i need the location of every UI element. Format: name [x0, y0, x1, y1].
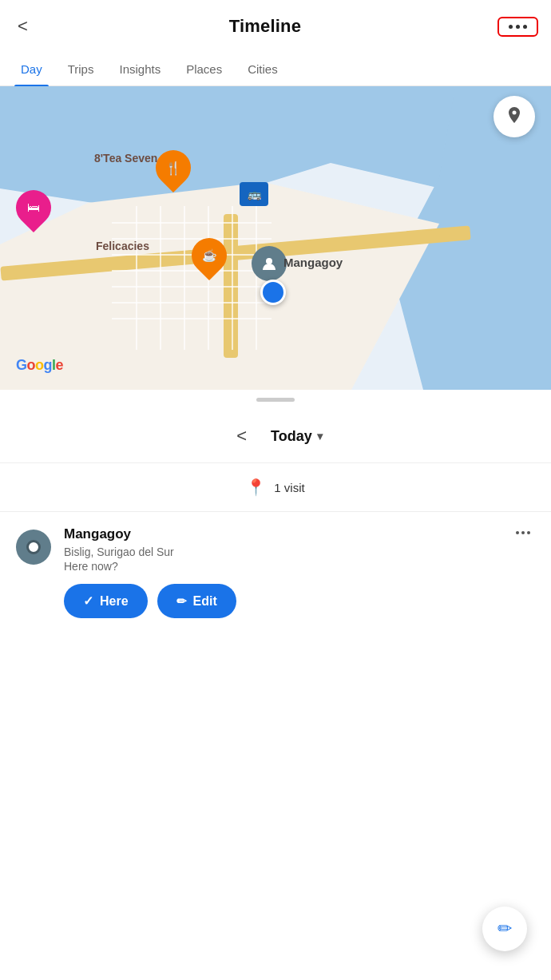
location-name: Mangagoy [64, 526, 535, 542]
google-logo: Google [16, 357, 63, 374]
svg-point-1 [266, 258, 272, 264]
tab-insights[interactable]: Insights [106, 53, 173, 85]
tab-bar: Day Trips Insights Places Cities [0, 53, 551, 86]
edit-button[interactable]: ✏ Edit [157, 584, 236, 618]
more-options-button[interactable] [497, 17, 538, 37]
location-subtitle: Bislig, Surigao del Sur [64, 546, 535, 558]
fab-pencil-icon: ✏ [497, 919, 512, 939]
page-title: Timeline [229, 16, 301, 37]
tab-places[interactable]: Places [173, 53, 235, 85]
mangagoy-label: Mangagoy [283, 256, 343, 269]
tea-label: 8'Tea Seven [94, 152, 157, 165]
checkmark-icon: ✓ [83, 593, 93, 609]
date-dropdown[interactable]: Today ▾ [271, 428, 323, 445]
here-button[interactable]: ✓ Here [64, 584, 148, 618]
date-back-button[interactable]: < [228, 423, 255, 450]
location-info: Mangagoy Bislig, Surigao del Sur Here no… [64, 526, 535, 618]
card-more-button[interactable] [511, 526, 535, 539]
map-view[interactable]: 🛏 🍴 ☕ 🚌 8'Tea Seven Fel [0, 86, 551, 390]
app-header: < Timeline [0, 0, 551, 53]
avatar-inner-dot [26, 540, 41, 554]
date-navigator: < Today ▾ [0, 410, 551, 463]
svg-point-0 [513, 111, 517, 115]
location-card: Mangagoy Bislig, Surigao del Sur Here no… [0, 512, 551, 634]
timeline-panel: < Today ▾ 📍 1 visit Mangagoy Bislig, Sur… [0, 398, 551, 634]
felicacies-label: Felicacies [96, 240, 149, 252]
action-buttons: ✓ Here ✏ Edit [64, 584, 535, 618]
dropdown-arrow-icon: ▾ [317, 430, 323, 442]
pencil-icon: ✏ [176, 594, 187, 609]
location-pin-button[interactable] [494, 96, 535, 137]
three-dots-icon [509, 25, 527, 29]
fab-edit-button[interactable]: ✏ [482, 907, 527, 951]
user-location-marker [252, 246, 287, 281]
visit-count-text: 1 visit [274, 481, 304, 494]
bus-marker[interactable]: 🚌 [240, 182, 268, 206]
location-question: Here now? [64, 560, 535, 573]
visit-count-row: 📍 1 visit [0, 463, 551, 512]
tab-cities[interactable]: Cities [235, 53, 291, 85]
drag-handle[interactable] [256, 398, 295, 402]
back-button[interactable]: < [13, 11, 33, 42]
pin-icon: 📍 [246, 478, 266, 497]
tab-trips[interactable]: Trips [55, 53, 107, 85]
location-avatar [16, 530, 51, 565]
date-label-text: Today [271, 428, 312, 445]
street-grid [112, 206, 272, 350]
tab-day[interactable]: Day [8, 53, 55, 85]
current-position-dot [260, 280, 286, 305]
